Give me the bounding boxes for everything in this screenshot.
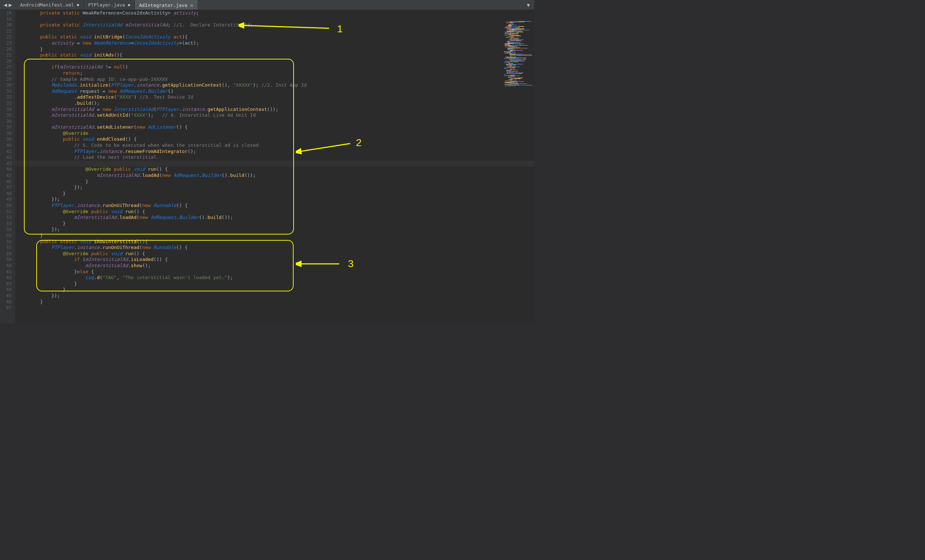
code-line[interactable]: if (mInterstitialAd.isLoaded()) { bbox=[17, 257, 534, 263]
close-icon[interactable]: × bbox=[190, 3, 193, 8]
line-number: 35 bbox=[0, 112, 12, 119]
code-line[interactable]: }); bbox=[17, 196, 534, 203]
line-number: 23 bbox=[0, 40, 12, 47]
code-line[interactable]: mInterstitialAd.setAdUnitId("XXXX"); // … bbox=[17, 112, 534, 119]
line-number: 65 bbox=[0, 293, 12, 299]
line-number: 22 bbox=[0, 34, 12, 40]
line-number: 21 bbox=[0, 28, 12, 35]
line-number: 54 bbox=[0, 227, 12, 233]
nav-forward-icon[interactable]: ▶ bbox=[9, 2, 12, 8]
code-line[interactable]: } bbox=[17, 191, 534, 197]
code-line[interactable]: mInterstitialAd.loadAd(new AdRequest.Bui… bbox=[17, 173, 534, 179]
code-line[interactable]: }); bbox=[17, 227, 534, 233]
code-line[interactable]: } bbox=[17, 281, 534, 287]
line-number: 47 bbox=[0, 185, 12, 191]
code-line[interactable]: }); bbox=[17, 293, 534, 299]
line-number: 66 bbox=[0, 299, 12, 305]
line-number: 36 bbox=[0, 119, 12, 125]
line-number: 45 bbox=[0, 173, 12, 179]
code-line[interactable]: @Override bbox=[17, 131, 534, 137]
line-number: 20 bbox=[0, 22, 12, 28]
nav-back-icon[interactable]: ◀ bbox=[4, 2, 7, 8]
code-line[interactable]: public void onAdClosed() { bbox=[17, 136, 534, 143]
code-line[interactable] bbox=[17, 119, 534, 125]
code-line[interactable]: PTPlayer.instance.resumeFromAdIntegrator… bbox=[17, 149, 534, 155]
code-line[interactable]: public static void initAds(){ bbox=[17, 52, 534, 58]
line-number: 67 bbox=[0, 305, 12, 311]
line-number: 52 bbox=[0, 215, 12, 221]
line-number: 55 bbox=[0, 233, 12, 239]
line-number: 33 bbox=[0, 100, 12, 107]
tab-label: AdIntegrator.java bbox=[139, 3, 187, 8]
code-line[interactable] bbox=[17, 16, 534, 23]
code-line[interactable]: @Override public void run() { bbox=[17, 166, 534, 173]
line-number: 27 bbox=[0, 64, 12, 70]
code-line[interactable]: } bbox=[17, 299, 534, 305]
code-line[interactable]: private static WeakReference<Cocos2dxAct… bbox=[17, 10, 534, 16]
code-line[interactable]: }else { bbox=[17, 269, 534, 275]
code-line[interactable]: Log.d("TAG", "The interstitial wasn't lo… bbox=[17, 275, 534, 281]
code-line[interactable] bbox=[17, 58, 534, 65]
line-number: 41 bbox=[0, 149, 12, 155]
code-line[interactable] bbox=[17, 28, 534, 35]
line-number: 60 bbox=[0, 263, 12, 269]
code-line[interactable]: @Override public void run() { bbox=[17, 251, 534, 257]
line-number: 31 bbox=[0, 89, 12, 95]
line-number: 46 bbox=[0, 179, 12, 185]
code-line[interactable] bbox=[17, 305, 534, 311]
code-line[interactable]: } bbox=[17, 221, 534, 227]
code-line[interactable]: AdRequest request = new AdRequest.Builde… bbox=[17, 89, 534, 95]
nav-arrows: ◀ ▶ bbox=[0, 2, 16, 8]
code-line[interactable]: mInterstitialAd.setAdListener(new AdList… bbox=[17, 124, 534, 131]
line-number: 43 bbox=[0, 161, 12, 167]
line-number: 62 bbox=[0, 275, 12, 281]
code-line[interactable]: } bbox=[17, 179, 534, 185]
line-number: 34 bbox=[0, 107, 12, 113]
code-line[interactable]: // 5. Code to be executed when when the … bbox=[17, 143, 534, 149]
code-line[interactable]: activity = new WeakReference<Cocos2dxAct… bbox=[17, 40, 534, 47]
code-line[interactable]: private static InterstitialAd mInterstit… bbox=[17, 22, 534, 28]
line-number: 57 bbox=[0, 245, 12, 251]
code-line[interactable]: return; bbox=[17, 70, 534, 77]
line-gutter: 1819202122232425262728293031323334353637… bbox=[0, 10, 15, 323]
tab-label: PTPlayer.java bbox=[88, 2, 125, 8]
code-pane[interactable]: private static WeakReference<Cocos2dxAct… bbox=[15, 10, 534, 323]
code-line[interactable]: } bbox=[17, 233, 534, 239]
code-line[interactable]: if(mInterstitialAd != null) bbox=[17, 64, 534, 70]
line-number: 58 bbox=[0, 251, 12, 257]
code-line[interactable]: mInterstitialAd.show(); bbox=[17, 263, 534, 269]
tab-overflow-icon[interactable]: ▼ bbox=[527, 2, 530, 8]
line-number: 39 bbox=[0, 136, 12, 143]
code-line[interactable]: .addTestDevice("XXXX") //3. Test Device … bbox=[17, 94, 534, 100]
line-number: 25 bbox=[0, 52, 12, 58]
code-line[interactable]: } bbox=[17, 287, 534, 293]
code-line[interactable]: }); bbox=[17, 185, 534, 191]
line-number: 37 bbox=[0, 124, 12, 131]
tab-ptplayer-java[interactable]: PTPlayer.java bbox=[84, 0, 135, 10]
line-number: 48 bbox=[0, 191, 12, 197]
code-line[interactable]: // Sample AdMob app ID: ca-app-pub-3XXXX… bbox=[17, 77, 534, 83]
code-line[interactable]: @Override public void run() { bbox=[17, 209, 534, 215]
tab-label: AndroidManifest.xml bbox=[20, 2, 74, 8]
code-line[interactable]: mInterstitialAd.loadAd(new AdRequest.Bui… bbox=[17, 215, 534, 221]
code-line[interactable]: public static void showInterstitial(){ bbox=[17, 239, 534, 245]
code-line[interactable]: MobileAds.initialize(PTPlayer.instance.g… bbox=[17, 82, 534, 89]
code-line[interactable]: mInterstitialAd = new InterstitialAd(PTP… bbox=[17, 107, 534, 113]
line-number: 63 bbox=[0, 281, 12, 287]
tab-adintegrator-java[interactable]: AdIntegrator.java× bbox=[135, 0, 198, 10]
line-number: 50 bbox=[0, 203, 12, 209]
code-line[interactable]: PTPlayer.instance.runOnUiThread(new Runn… bbox=[17, 203, 534, 209]
tab-androidmanifest-xml[interactable]: AndroidManifest.xml bbox=[16, 0, 84, 10]
code-line[interactable]: } bbox=[17, 47, 534, 53]
code-line[interactable]: // Load the next interstitial. bbox=[17, 154, 534, 161]
line-number: 44 bbox=[0, 166, 12, 173]
code-line[interactable]: .build(); bbox=[17, 100, 534, 107]
line-number: 29 bbox=[0, 77, 12, 83]
tab-bar: ◀ ▶ AndroidManifest.xmlPTPlayer.javaAdIn… bbox=[0, 0, 534, 10]
line-number: 49 bbox=[0, 196, 12, 203]
line-number: 64 bbox=[0, 287, 12, 293]
line-number: 61 bbox=[0, 269, 12, 275]
code-line[interactable]: public static void initBridge(Cocos2dxAc… bbox=[17, 34, 534, 40]
line-number: 38 bbox=[0, 131, 12, 137]
code-line[interactable]: PTPlayer.instance.runOnUiThread(new Runn… bbox=[17, 245, 534, 251]
